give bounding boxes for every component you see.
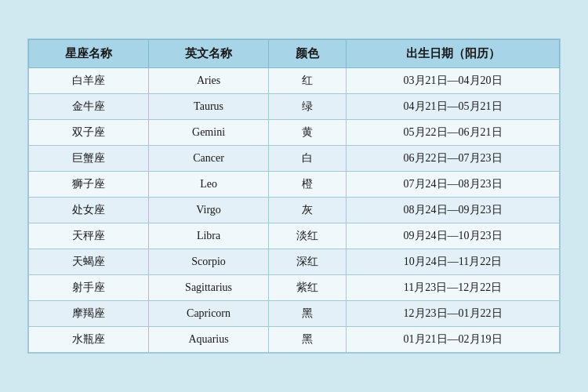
- table-row: 双子座Gemini黄05月22日—06月21日: [29, 120, 560, 146]
- table-row: 天蝎座Scorpio深红10月24日—11月22日: [29, 249, 560, 275]
- col-header-color: 颜色: [269, 40, 347, 68]
- cell-chinese-name: 水瓶座: [29, 327, 149, 353]
- col-header-dates: 出生日期（阳历）: [347, 40, 560, 68]
- zodiac-table: 星座名称 英文名称 颜色 出生日期（阳历） 白羊座Aries红03月21日—04…: [28, 39, 560, 353]
- cell-color: 黑: [269, 327, 347, 353]
- cell-dates: 04月21日—05月21日: [347, 94, 560, 120]
- table-body: 白羊座Aries红03月21日—04月20日金牛座Taurus绿04月21日—0…: [29, 68, 560, 353]
- cell-english-name: Gemini: [149, 120, 269, 146]
- cell-dates: 01月21日—02月19日: [347, 327, 560, 353]
- cell-english-name: Aquarius: [149, 327, 269, 353]
- cell-chinese-name: 狮子座: [29, 172, 149, 198]
- cell-chinese-name: 处女座: [29, 198, 149, 223]
- cell-english-name: Virgo: [149, 198, 269, 223]
- cell-color: 灰: [269, 198, 347, 223]
- cell-dates: 03月21日—04月20日: [347, 68, 560, 94]
- cell-color: 黄: [269, 120, 347, 146]
- cell-color: 白: [269, 146, 347, 172]
- table-row: 处女座Virgo灰08月24日—09月23日: [29, 198, 560, 223]
- cell-chinese-name: 摩羯座: [29, 301, 149, 327]
- cell-dates: 07月24日—08月23日: [347, 172, 560, 198]
- cell-color: 绿: [269, 94, 347, 120]
- table-row: 射手座Sagittarius紫红11月23日—12月22日: [29, 275, 560, 301]
- cell-dates: 10月24日—11月22日: [347, 249, 560, 275]
- table-row: 水瓶座Aquarius黑01月21日—02月19日: [29, 327, 560, 353]
- cell-english-name: Cancer: [149, 146, 269, 172]
- cell-color: 黑: [269, 301, 347, 327]
- cell-color: 深红: [269, 249, 347, 275]
- table-row: 白羊座Aries红03月21日—04月20日: [29, 68, 560, 94]
- cell-chinese-name: 巨蟹座: [29, 146, 149, 172]
- cell-english-name: Taurus: [149, 94, 269, 120]
- table-row: 天秤座Libra淡红09月24日—10月23日: [29, 223, 560, 249]
- cell-dates: 12月23日—01月22日: [347, 301, 560, 327]
- cell-english-name: Libra: [149, 223, 269, 249]
- cell-chinese-name: 天秤座: [29, 223, 149, 249]
- table-row: 金牛座Taurus绿04月21日—05月21日: [29, 94, 560, 120]
- cell-english-name: Capricorn: [149, 301, 269, 327]
- zodiac-table-container: 星座名称 英文名称 颜色 出生日期（阳历） 白羊座Aries红03月21日—04…: [27, 38, 561, 354]
- cell-color: 紫红: [269, 275, 347, 301]
- cell-color: 红: [269, 68, 347, 94]
- cell-dates: 11月23日—12月22日: [347, 275, 560, 301]
- table-row: 狮子座Leo橙07月24日—08月23日: [29, 172, 560, 198]
- col-header-chinese: 星座名称: [29, 40, 149, 68]
- cell-chinese-name: 天蝎座: [29, 249, 149, 275]
- cell-chinese-name: 白羊座: [29, 68, 149, 94]
- cell-english-name: Leo: [149, 172, 269, 198]
- col-header-english: 英文名称: [149, 40, 269, 68]
- cell-dates: 08月24日—09月23日: [347, 198, 560, 223]
- cell-chinese-name: 双子座: [29, 120, 149, 146]
- cell-english-name: Scorpio: [149, 249, 269, 275]
- cell-english-name: Aries: [149, 68, 269, 94]
- cell-chinese-name: 金牛座: [29, 94, 149, 120]
- table-row: 摩羯座Capricorn黑12月23日—01月22日: [29, 301, 560, 327]
- cell-color: 橙: [269, 172, 347, 198]
- cell-dates: 09月24日—10月23日: [347, 223, 560, 249]
- cell-dates: 05月22日—06月21日: [347, 120, 560, 146]
- cell-english-name: Sagittarius: [149, 275, 269, 301]
- cell-dates: 06月22日—07月23日: [347, 146, 560, 172]
- table-header-row: 星座名称 英文名称 颜色 出生日期（阳历）: [29, 40, 560, 68]
- cell-color: 淡红: [269, 223, 347, 249]
- cell-chinese-name: 射手座: [29, 275, 149, 301]
- table-row: 巨蟹座Cancer白06月22日—07月23日: [29, 146, 560, 172]
